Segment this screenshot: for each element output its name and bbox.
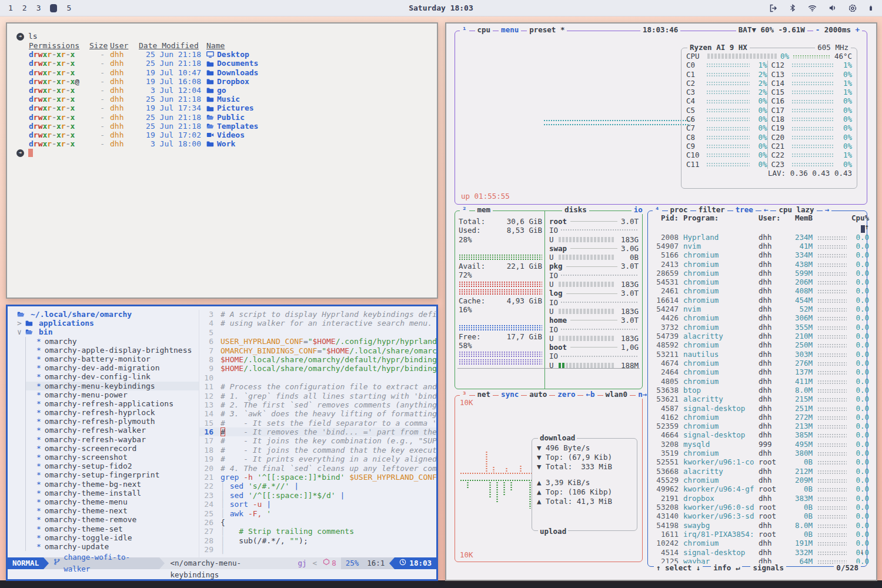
net-tab[interactable]: ←b	[583, 390, 597, 399]
proc-tab[interactable]: proc	[668, 205, 690, 214]
prompt-line[interactable]: ➜	[16, 148, 427, 158]
proc-footer-button[interactable]: info ↵	[711, 563, 742, 572]
tree-dir-bin[interactable]: ∨bin	[8, 328, 199, 336]
process-name: Hyprland	[683, 233, 754, 242]
proc-tab[interactable]: ←	[761, 205, 771, 214]
process-row[interactable]: 3519chromiumdhh380M0.0	[652, 449, 863, 457]
tree-file-omarchy-apple-display-brightness[interactable]: *omarchy-apple-display-brightness	[26, 346, 199, 355]
net-tab[interactable]: ³	[460, 390, 469, 399]
tree-file-omarchy-theme-bg-next[interactable]: *omarchy-theme-bg-next	[26, 480, 199, 489]
mem-panel-key[interactable]: ²	[460, 205, 469, 214]
proc-tab[interactable]: ⁴	[653, 205, 662, 214]
process-row[interactable]: 2461chromiumdhh408M0.0	[652, 286, 863, 295]
process-row[interactable]: 49962kworker/u96:4-gfroot0B0.0	[652, 485, 863, 493]
tree-file-omarchy-theme-set[interactable]: *omarchy-theme-set	[26, 524, 199, 533]
process-row[interactable]: 4664signal-desktopdhh385M0.0	[652, 430, 863, 439]
process-row[interactable]: 54247nvimdhh52M0.0	[652, 305, 863, 313]
process-row[interactable]: 4514signal-desktopdhh332M0.0	[652, 548, 863, 557]
process-row[interactable]: 2413chromiumdhh438M0.0	[652, 260, 863, 269]
tree-file-omarchy-battery-monitor[interactable]: *omarchy-battery-monitor	[26, 355, 199, 363]
tree-file-omarchy-update[interactable]: *omarchy-update	[26, 542, 199, 551]
tree-file-omarchy-refresh-walker[interactable]: *omarchy-refresh-walker	[26, 426, 199, 435]
process-row[interactable]: 3208mysqld999495M0.0	[652, 440, 863, 449]
proc-tab[interactable]: →	[823, 205, 832, 214]
io-title[interactable]: io	[632, 205, 645, 214]
proc-tab[interactable]: tree	[733, 205, 756, 214]
tree-file-omarchy-menu-keybindings[interactable]: *omarchy-menu-keybindings	[26, 382, 199, 390]
settings-icon[interactable]	[848, 4, 857, 13]
process-row[interactable]: 5166chromiumdhh334M0.0	[652, 250, 863, 259]
scrollbar-thumb[interactable]	[861, 225, 865, 233]
tree-file-omarchy-dev-add-migration[interactable]: *omarchy-dev-add-migration	[26, 363, 199, 372]
tree-file-omarchy-screenrecord[interactable]: *omarchy-screenrecord	[26, 444, 199, 453]
process-row[interactable]: 28659chromiumdhh599M0.0	[652, 269, 863, 278]
line-number: 20	[199, 464, 220, 473]
process-row[interactable]: 53211nautilusdhh303M0.0	[652, 350, 863, 359]
tree-file-omarchy-theme-menu[interactable]: *omarchy-theme-menu	[26, 497, 199, 506]
tree-file-omarchy-setup-fingerprint[interactable]: *omarchy-setup-fingerprint	[26, 470, 199, 479]
process-row[interactable]: 4674chromiumdhh276M0.0	[652, 359, 863, 368]
process-row[interactable]: 10242chromiumdhh191M0.0	[652, 539, 863, 547]
tree-file-omarchy-theme-install[interactable]: *omarchy-theme-install	[26, 489, 199, 497]
cpu-tab[interactable]: menu	[499, 25, 521, 34]
tree-file-omarchy-toggle-idle[interactable]: *omarchy-toggle-idle	[26, 533, 199, 542]
process-row[interactable]: 48592chromiumdhh250M0.0	[652, 340, 863, 349]
net-tab[interactable]: auto	[527, 390, 549, 399]
bluetooth-icon[interactable]	[789, 4, 797, 12]
process-row[interactable]: 4805chromiumdhh411M0.0	[652, 377, 863, 386]
process-row[interactable]: 52551kworker/u96:1-coroot0B0.0	[652, 457, 863, 466]
proc-footer-button[interactable]: signals	[750, 563, 786, 572]
file-row: drwxr-xr-x-dhh3 Jul 12:04go	[16, 86, 427, 95]
tree-root[interactable]: ~/.local/share/omarchy	[8, 310, 199, 319]
proc-footer-button[interactable]: ↑ select ↓	[654, 563, 703, 572]
process-row[interactable]: 4587signal-desktopdhh251M0.0	[652, 404, 863, 413]
tree-file-omarchy-menu-power[interactable]: *omarchy-menu-power	[26, 390, 199, 399]
process-row[interactable]: 2191dropboxdhh383M0.0	[652, 494, 863, 503]
process-row[interactable]: 52359chromiumdhh213M0.0	[652, 422, 863, 430]
process-row[interactable]: 2464chromiumdhh137M0.0	[652, 368, 863, 376]
process-row[interactable]: 45529chromiumdhh209M0.0	[652, 476, 863, 485]
process-row[interactable]: 53208kworker/u96:0-sdroot0B0.0	[652, 503, 863, 512]
process-row[interactable]: 3732chromiumdhh355M0.0	[652, 323, 863, 332]
process-user: dhh	[759, 422, 781, 430]
tree-dir-applications[interactable]: >applications	[8, 319, 199, 328]
process-row[interactable]: 54739alacrittydhh210M0.0	[652, 332, 863, 340]
process-row[interactable]: 53621alacrittydhh215M0.0	[652, 395, 863, 403]
process-row[interactable]: 1611irq/81-PIXA3854:root0B0.0	[652, 530, 863, 539]
cpu-tab[interactable]: cpu	[475, 25, 493, 34]
tree-file-omarchy-refresh-waybar[interactable]: *omarchy-refresh-waybar	[26, 435, 199, 444]
cpu-tab[interactable]: ¹	[460, 25, 469, 34]
net-tab[interactable]: zero	[555, 390, 577, 399]
net-tab[interactable]: net	[475, 390, 493, 399]
process-row[interactable]: 4162chromiumdhh272M0.0	[652, 413, 863, 422]
proc-tab[interactable]: cpu lazy	[776, 205, 816, 214]
tree-file-omarchy-refresh-applications[interactable]: *omarchy-refresh-applications	[26, 399, 199, 408]
battery-icon[interactable]	[868, 4, 874, 13]
proc-tab[interactable]: filter	[696, 205, 727, 214]
logout-icon[interactable]	[769, 4, 778, 13]
tree-file-omarchy[interactable]: *omarchy	[26, 337, 199, 346]
net-tab[interactable]: wlan0	[603, 390, 630, 399]
process-row[interactable]: 54907nvimdhh41M0.0	[652, 242, 863, 250]
wifi-icon[interactable]	[807, 4, 817, 12]
tree-file-omarchy-theme-next[interactable]: *omarchy-theme-next	[26, 506, 199, 515]
process-row[interactable]: 4426chromiumdhh306M0.0	[652, 313, 863, 322]
tree-file-omarchy-screenshot[interactable]: *omarchy-screenshot	[26, 453, 199, 462]
process-row[interactable]: 43140kworker/u96:3-sdroot0B0.0	[652, 512, 863, 520]
tree-file-omarchy-refresh-hyprlock[interactable]: *omarchy-refresh-hyprlock	[26, 408, 199, 417]
net-tab[interactable]: sync	[499, 390, 521, 399]
tree-file-omarchy-theme-remove[interactable]: *omarchy-theme-remove	[26, 515, 199, 524]
process-row[interactable]: 53668alacrittydhh212M0.0	[652, 467, 863, 476]
cpu-tab[interactable]: preset *	[527, 25, 567, 34]
tree-file-omarchy-setup-fido2[interactable]: *omarchy-setup-fido2	[26, 462, 199, 470]
process-row[interactable]: 54531chromiumdhh206M0.0	[652, 278, 863, 286]
refresh-interval[interactable]: - 2000ms +	[813, 25, 862, 34]
tree-file-omarchy-refresh-plymouth[interactable]: *omarchy-refresh-plymouth	[26, 417, 199, 426]
process-row[interactable]: 16614chromiumdhh454M0.0	[652, 296, 863, 305]
tree-file-omarchy-dev-config-link[interactable]: *omarchy-dev-config-link	[26, 372, 199, 381]
process-row[interactable]: 53638btopdhh8.0M0.0	[652, 386, 863, 395]
process-row[interactable]: 2008Hyprlanddhh234M0.0	[652, 233, 863, 242]
volume-icon[interactable]	[828, 4, 837, 12]
code-editor[interactable]: 3# A script to display Hyprland keybindi…	[199, 310, 436, 557]
process-row[interactable]: 54198swaybgdhh8.0M0.0	[652, 521, 863, 530]
